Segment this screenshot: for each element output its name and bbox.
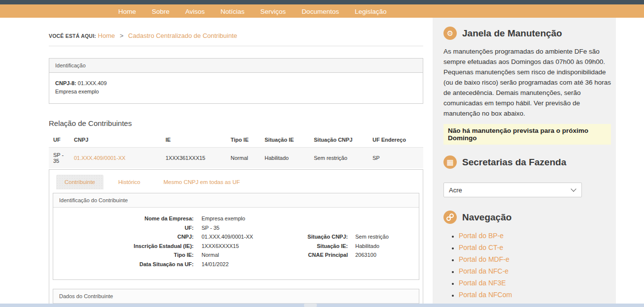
field-row: Tipo IE: Normal CNAE Principal 2063100 [53,250,419,260]
portal-link-item: Portal do MDF-e [459,255,606,264]
nav-item[interactable]: Sobre [152,8,169,15]
field-label-2 [266,260,348,269]
field-label-2 [266,214,348,223]
field-row: CNPJ: 01.XXX.409/0001-XX Situação CNPJ: … [53,232,419,242]
building-icon: ▦ [443,155,457,169]
tab-historico[interactable]: Histórico [110,175,149,189]
link-icon [443,211,457,224]
cell-ie: 1XXX361XXX15 [161,148,226,169]
field-value: Normal [194,250,266,260]
cell-uf-endereco: SP [368,148,423,169]
portal-link-item: Portal do CT-e [459,243,606,252]
identification-box-title: Identificação [49,59,423,73]
cell-cnpj-link[interactable]: 01.XXX.409/0001-XX [69,148,161,169]
contributor-identification-panel: Identificação do Contribuinte Nome da Em… [53,193,419,280]
secretarias-title: Secretarias da Fazenda [462,157,566,168]
nav-item[interactable]: Serviços [260,8,286,15]
field-label: Tipo IE: [53,250,194,260]
cnpj8-label: CNPJ-8: [55,80,76,86]
field-label: UF: [53,223,194,233]
identification-box: Identificação CNPJ-8: 01.XXX.409 Empresa… [49,58,423,104]
right-sidebar: ⚙ Janela de Manutenção As manutenções pr… [433,18,616,307]
portal-link-item: Portal da NFCom [459,290,606,299]
tab-contribuinte[interactable]: Contribuinte [56,175,103,189]
column-header: UF Endereço [368,132,423,148]
table-row[interactable]: SP - 35 01.XXX.409/0001-XX 1XXX361XXX15 … [49,148,423,169]
field-value-2 [348,260,419,269]
nav-item[interactable]: Avisos [185,8,205,15]
cell-tipo-ie: Normal [226,148,260,169]
column-header: UF [49,132,69,148]
cell-situacao-cnpj: Sem restrição [309,148,368,169]
field-value-2 [348,214,419,223]
portal-link-item: Portal do BP-e [459,231,606,240]
horizontal-scrollbar[interactable] [0,304,644,307]
breadcrumb-current-link[interactable]: Cadastro Centralizado de Contribuinte [128,32,237,39]
field-label: Nome da Empresa: [53,214,194,223]
breadcrumb-divider [49,46,423,46]
tab-mesmo-cnpj[interactable]: Mesmo CNPJ em todas as UF [155,175,248,189]
contributor-identification-title: Identificação do Contribuinte [53,193,419,208]
right-margin [616,18,644,307]
cell-situacao-ie: Habilitado [260,148,309,169]
field-label-2: Situação CNPJ: [266,232,348,242]
field-label-2: CNAE Principal [266,250,348,260]
column-header: Tipo IE [226,132,260,148]
column-header: IE [161,132,226,148]
detail-tabs: Contribuinte Histórico Mesmo CNPJ em tod… [53,175,419,189]
maintenance-title: Janela de Manutenção [462,28,562,39]
portal-link[interactable]: Portal da NFCom [459,291,512,299]
navigation-section-header: Navegação [443,211,606,224]
company-name: Empresa exemplo [55,88,417,96]
field-value: SP - 35 [194,223,266,233]
scrollbar-thumb[interactable] [304,304,317,307]
column-header: Situação CNPJ [309,132,368,148]
field-value: 1XXX6XXXX15 [194,242,266,251]
uf-select[interactable]: Acre [443,183,582,197]
field-value-2: Habilitado [348,242,419,251]
nav-item[interactable]: Legislação [355,8,387,15]
nav-item[interactable]: Notícias [221,8,245,15]
main-navbar: HomeSobreAvisosNotíciasServiçosDocumento… [0,4,644,18]
portal-link[interactable]: Portal da NFC-e [459,267,508,275]
cell-uf: SP - 35 [49,148,69,169]
column-header: CNPJ [69,132,161,148]
portal-link[interactable]: Portal do BP-e [459,232,504,240]
field-row: Nome da Empresa: Empresa exemplo [53,214,419,223]
secretarias-section-header: ▦ Secretarias da Fazenda [443,155,606,169]
navbar-items: HomeSobreAvisosNotíciasServiçosDocumento… [118,7,402,16]
field-value: 14/01/2022 [194,260,266,269]
table-header-row: UFCNPJIETipo IESituação IESituação CNPJU… [49,132,423,148]
nav-item[interactable]: Documentos [302,8,339,15]
portal-links-list: Portal do BP-ePortal do CT-ePortal do MD… [459,231,606,307]
field-row: Inscrição Estadual (IE): 1XXX6XXXX15 Sit… [53,242,419,251]
column-header: Situação IE [260,132,309,148]
top-status-bar [0,0,644,4]
field-value-2 [348,223,419,233]
nav-item[interactable]: Home [118,8,136,15]
maintenance-section-header: ⚙ Janela de Manutenção [443,27,606,40]
field-row: UF: SP - 35 [53,223,419,233]
breadcrumb-home-link[interactable]: Home [98,32,115,39]
field-label: Data Situação na UF: [53,260,194,269]
portal-link[interactable]: Portal da NF3E [459,279,506,287]
portal-link[interactable]: Portal do MDF-e [459,255,509,263]
portal-link[interactable]: Portal do CT-e [459,244,503,251]
field-row: Data Situação na UF: 14/01/2022 [53,260,419,269]
gear-icon: ⚙ [443,27,457,40]
contributor-detail-container: Contribuinte Histórico Mesmo CNPJ em tod… [49,169,423,307]
cnpj8-value: 01.XXX.409 [78,80,107,86]
portal-link-item: Portal da NF3E [459,278,606,287]
maintenance-notice: Não há manutenção prevista para o próxim… [443,124,611,145]
field-value-2: 2063100 [348,250,419,260]
cnpj8-line: CNPJ-8: 01.XXX.409 [55,79,417,88]
breadcrumb-separator: > [120,32,124,39]
field-value: 01.XXX.409/0001-XX [194,232,266,242]
breadcrumb-prefix: VOCÊ ESTÁ AQUI: [49,33,96,39]
main-content: VOCÊ ESTÁ AQUI: Home > Cadastro Centrali… [0,18,433,307]
contributor-identification-fields: Nome da Empresa: Empresa exemplo UF: SP … [53,208,419,279]
field-label-2: Situação IE: [266,242,348,251]
field-value: Empresa exemplo [194,214,266,223]
contributors-section-title: Relação de Contribuintes [49,119,423,127]
field-label: CNPJ: [53,232,194,242]
